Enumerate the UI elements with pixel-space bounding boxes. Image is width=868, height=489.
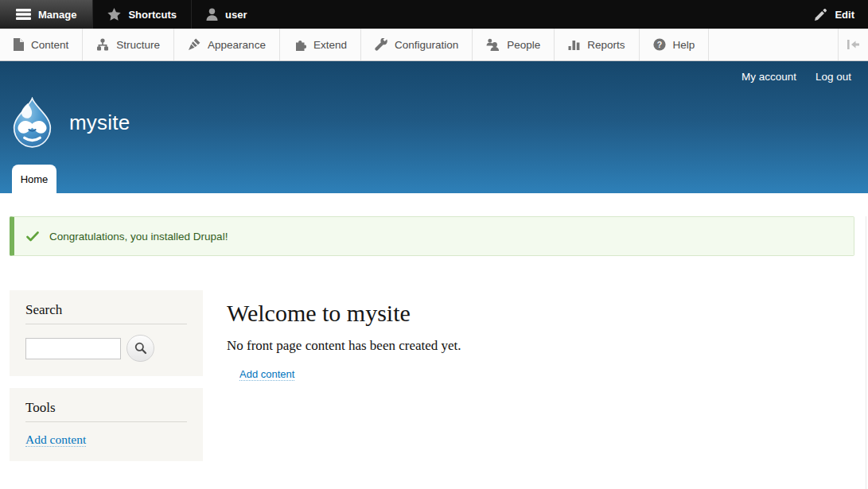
tab-home-label: Home — [21, 173, 49, 185]
menu-item-help[interactable]: ? Help — [640, 29, 710, 60]
menu-item-label: Content — [31, 39, 68, 51]
star-icon — [107, 8, 121, 21]
pencil-icon — [815, 8, 827, 21]
toolbar-spacer — [262, 0, 802, 29]
question-mark-icon: ? — [653, 38, 666, 51]
collapse-left-icon — [847, 39, 860, 50]
hamburger-icon — [16, 9, 31, 20]
secondary-menu: My account Log out — [741, 71, 851, 83]
empty-frontpage-text: No front page content has been created y… — [227, 338, 868, 354]
drupal-front-page: Manage Shortcuts user Edit Co — [0, 0, 868, 489]
edit-label: Edit — [835, 9, 854, 21]
content-region: Congratulations, you installed Drupal! S… — [0, 216, 868, 489]
my-account-link[interactable]: My account — [741, 71, 796, 83]
menu-item-label: Help — [673, 39, 695, 51]
edit-button[interactable]: Edit — [801, 0, 868, 29]
menu-item-label: Appearance — [208, 39, 266, 51]
paintbrush-icon — [188, 38, 200, 51]
tools-block: Tools Add content — [10, 388, 203, 461]
toolbar-item-user[interactable]: user — [191, 0, 261, 29]
logout-link[interactable]: Log out — [815, 71, 851, 83]
toolbar-item-shortcuts[interactable]: Shortcuts — [92, 0, 191, 29]
toolbar-orientation-toggle[interactable] — [838, 29, 868, 60]
menu-item-content[interactable]: Content — [0, 29, 83, 60]
main-content: Welcome to mysite No front page content … — [227, 290, 868, 461]
toolbar-item-label: user — [225, 9, 247, 21]
menu-item-label: People — [507, 39, 540, 51]
sidebar-first: Search Tools Add content — [10, 290, 203, 461]
admin-menu-tray: Content Structure Appearance Extend Conf… — [0, 29, 868, 61]
search-icon — [134, 342, 147, 355]
tools-menu: Add content — [25, 433, 187, 447]
tools-block-title: Tools — [25, 400, 187, 422]
menu-item-label: Extend — [313, 39, 347, 51]
drupal-logo[interactable] — [10, 97, 55, 148]
menu-item-structure[interactable]: Structure — [83, 29, 174, 60]
wrench-icon — [375, 38, 387, 51]
menu-item-label: Structure — [116, 39, 160, 51]
status-message: Congratulations, you installed Drupal! — [10, 216, 854, 256]
user-icon — [206, 8, 218, 21]
search-block: Search — [10, 290, 203, 376]
bar-chart-icon — [568, 38, 580, 51]
toolbar-item-label: Shortcuts — [128, 9, 177, 21]
add-content-link-sidebar[interactable]: Add content — [25, 433, 86, 447]
menu-item-people[interactable]: People — [473, 29, 555, 60]
search-block-title: Search — [25, 302, 187, 324]
admin-toolbar: Manage Shortcuts user Edit — [0, 0, 868, 29]
page-right-divider — [866, 216, 866, 489]
menu-item-configuration[interactable]: Configuration — [361, 29, 473, 60]
checkmark-icon — [26, 231, 39, 242]
document-icon — [13, 38, 24, 51]
menu-item-reports[interactable]: Reports — [555, 29, 639, 60]
toolbar-item-label: Manage — [38, 9, 76, 21]
site-branding[interactable]: mysite — [10, 97, 130, 148]
menu-item-label: Reports — [587, 39, 625, 51]
site-header: My account Log out — [0, 61, 868, 193]
admin-menu-spacer — [709, 29, 838, 60]
search-input[interactable] — [25, 338, 121, 359]
status-message-text: Congratulations, you installed Drupal! — [49, 231, 228, 243]
menu-item-extend[interactable]: Extend — [280, 29, 361, 60]
puzzle-icon — [294, 38, 306, 51]
sitemap-icon — [96, 38, 109, 51]
site-name[interactable]: mysite — [69, 111, 130, 135]
tab-home[interactable]: Home — [12, 165, 56, 193]
node-add-list: Add content — [239, 367, 868, 381]
search-button[interactable] — [127, 335, 154, 362]
search-form — [25, 335, 187, 362]
svg-text:?: ? — [656, 40, 661, 49]
toolbar-item-manage[interactable]: Manage — [0, 0, 92, 29]
menu-item-label: Configuration — [395, 39, 458, 51]
people-icon — [486, 38, 500, 51]
add-content-link-main[interactable]: Add content — [239, 368, 294, 381]
layout-row: Search Tools Add content — [0, 290, 868, 461]
menu-item-appearance[interactable]: Appearance — [174, 29, 280, 60]
page-title: Welcome to mysite — [227, 301, 868, 326]
